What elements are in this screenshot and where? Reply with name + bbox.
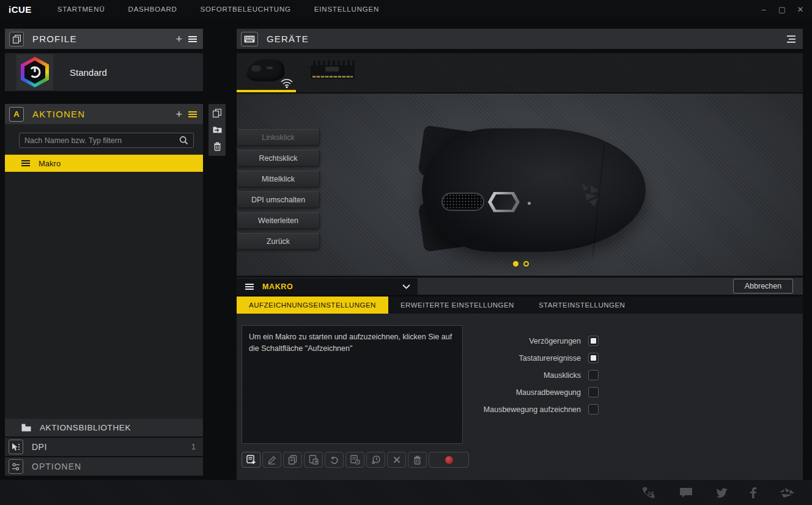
actions-icon: A [9,107,24,122]
macro-list-icon [245,284,254,290]
actions-header: A AKTIONEN + [5,104,203,124]
window-controls: – ▢ ✕ [759,0,805,18]
svg-text:24: 24 [648,490,654,496]
mouse-scrollwheel [441,193,484,211]
actions-library-row[interactable]: AKTIONSBIBLIOTHEK [5,419,203,437]
button-zurueck[interactable]: Zurück [237,233,320,249]
tab-starteinstellungen[interactable]: STARTEINSTELLUNGEN [526,297,638,314]
add-event-button[interactable] [242,452,260,468]
profile-name: Standard [70,67,107,78]
mouse-body [422,128,646,252]
menu-dashboard[interactable]: DASHBOARD [128,6,177,13]
button-rechtsklick[interactable]: Rechtsklick [237,150,320,166]
macro-settings-panel: Um ein Makro zu starten und aufzuzeichne… [237,314,803,480]
devices-header: GERÄTE [237,29,803,49]
actions-filter-input[interactable] [20,136,179,145]
icue-logo: iCUE [9,4,32,15]
facebook-icon[interactable] [750,487,756,498]
options-sliders-icon [9,459,23,474]
device-pagination [513,261,529,267]
profiles-icon [9,32,24,46]
insert-delay-button[interactable] [345,452,364,468]
tab-aufzeichnungseinstellungen[interactable]: AUFZEICHNUNGSEINSTELLUNGEN [237,297,388,314]
checkbox-mausradbewegung[interactable] [588,387,599,397]
menu-startmenu[interactable]: STARTMENÜ [57,6,105,13]
page-dot-2[interactable] [523,261,529,267]
twitter-icon[interactable] [715,487,728,498]
maximize-button[interactable]: ▢ [778,5,786,14]
menu-einstellungen[interactable]: EINSTELLUNGEN [314,6,379,13]
mouse-led-dot [528,202,531,205]
button-mittelklick[interactable]: Mittelklick [237,171,320,187]
support-24-icon[interactable]: 24 [641,487,657,499]
device-tab-ram[interactable] [311,53,355,92]
macro-selector-row: MAKRO Abbrechen [237,278,803,295]
duplicate-action-icon[interactable] [213,109,221,118]
clear-delays-button[interactable] [366,452,385,468]
mouse-dpi-button [488,192,520,212]
profile-avatar [17,54,53,90]
devices-menu-icon[interactable] [787,35,795,43]
actions-menu-icon[interactable] [188,111,197,117]
app-footer: 24 [0,480,812,505]
action-item-makro[interactable]: Makro [5,155,203,172]
checkbox-mausbewegung-aufzeichnen[interactable] [588,404,599,415]
macro-tabs: AUFZEICHNUNGSEINSTELLUNGEN ERWEITERTE EI… [237,297,803,314]
paste-events-button[interactable] [304,452,323,468]
page-dot-1[interactable] [513,261,519,267]
keyboard-icon [241,32,258,46]
record-macro-button[interactable] [429,452,469,468]
power-icon [28,65,42,79]
add-profile-button[interactable]: + [175,34,182,45]
action-item-label: Makro [39,159,61,168]
checkbox-row-mausradbewegung: Mausradbewegung [237,387,599,397]
active-tab-underline [237,90,296,92]
wireless-icon [280,78,293,89]
delete-action-icon[interactable] [213,142,221,151]
titlebar: iCUE STARTMENÜ DASHBOARD SOFORTBELEUCHTU… [0,0,812,18]
macro-type-dropdown[interactable]: MAKRO [237,278,418,295]
minimize-button[interactable]: – [759,5,768,14]
mouse-thumbnail [245,58,284,81]
copy-events-button[interactable] [283,452,302,468]
options-row[interactable]: OPTIONEN [5,457,203,476]
macro-dropdown-value: MAKRO [262,282,293,291]
actions-panel: Makro [5,124,203,419]
library-folder-icon [21,424,31,432]
options-label: OPTIONEN [32,462,81,471]
button-linksklick[interactable]: Linksklick [237,129,320,146]
undo-button[interactable] [325,452,344,468]
checkbox-row-mausbewegung: Mausbewegung aufzeichnen [237,404,599,415]
profiles-menu-icon[interactable] [188,36,197,42]
devices-title: GERÄTE [267,34,309,44]
add-action-button[interactable]: + [175,109,182,120]
dpi-row[interactable]: DPI 1 [5,438,203,456]
checkbox-label: Mausklicks [544,371,581,380]
chat-icon[interactable] [679,487,693,498]
corsair-footer-logo-icon[interactable] [779,487,795,498]
button-weiterleiten[interactable]: Weiterleiten [237,212,320,229]
menu-sofortbeleuchtung[interactable]: SOFORTBELEUCHTUNG [201,6,291,13]
ram-thumbnail [311,61,355,79]
edit-event-button[interactable] [262,452,281,468]
tab-erweiterte-einstellungen[interactable]: ERWEITERTE EINSTELLUNGEN [388,297,526,314]
dpi-cursor-icon [9,440,23,454]
profiles-title: PROFILE [32,34,77,44]
macro-list-icon [21,160,30,166]
move-to-folder-icon[interactable] [213,126,222,134]
delete-all-events-button[interactable] [408,452,427,468]
button-dpi-umschalten[interactable]: DPI umschalten [237,191,320,208]
profile-item-standard[interactable]: Standard [5,53,203,91]
device-tab-mouse[interactable] [237,53,296,92]
checkbox-tastaturereignisse[interactable] [588,353,599,363]
close-button[interactable]: ✕ [796,5,805,14]
icue-hex-logo-icon [21,57,49,87]
checkbox-mausklicks[interactable] [588,370,599,380]
dpi-label: DPI [32,442,47,452]
record-icon [445,456,453,464]
mouse-image [408,118,665,265]
remove-event-button[interactable] [387,452,406,468]
checkbox-label: Mausradbewegung [516,388,581,397]
checkbox-verzoegerungen[interactable] [588,336,599,346]
cancel-button[interactable]: Abbrechen [733,279,793,293]
